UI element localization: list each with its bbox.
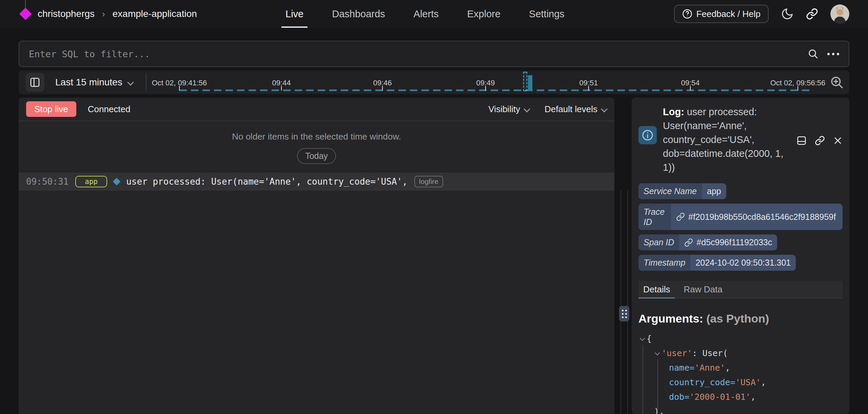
share-link-button[interactable] [806, 8, 818, 20]
moon-icon [781, 7, 794, 20]
link-icon [676, 212, 685, 221]
code-token: '2000-01-01' [689, 390, 751, 404]
code-token: country_code= [669, 375, 735, 390]
indent-guide [657, 359, 658, 410]
tab-details[interactable]: Details [643, 281, 670, 298]
log-detail-panel: Log: user processed: User(name='Anne', c… [632, 98, 849, 414]
breadcrumb-separator: › [100, 9, 107, 19]
log-row[interactable]: 09:50:31 app user processed: User(name='… [19, 173, 614, 190]
stop-live-button[interactable]: Stop live [26, 101, 76, 117]
code-token: ), [654, 404, 664, 414]
detail-header: Log: user processed: User(name='Anne', c… [638, 105, 843, 174]
panel-resize-handle[interactable] [619, 306, 629, 322]
visibility-dropdown[interactable]: Visibility [488, 104, 529, 115]
code-token: , [761, 375, 766, 390]
arguments-heading-sub: (as Python) [706, 312, 769, 325]
today-button[interactable]: Today [297, 148, 336, 164]
empty-window-block: No older items in the selected time wind… [19, 121, 614, 173]
logfire-tag-badge: logfire [414, 176, 443, 187]
code-line: name='Anne', [638, 360, 843, 375]
code-token: 'Anne' [694, 360, 725, 375]
dock-panel-button[interactable] [796, 106, 807, 174]
detail-title-prefix: Log: [663, 106, 684, 117]
breadcrumb: christophergs › example-application [19, 0, 197, 28]
attr-label: Service Name [638, 183, 702, 199]
copy-link-button[interactable] [815, 106, 825, 174]
empty-window-notice: No older items in the selected time wind… [19, 131, 614, 142]
breadcrumb-project[interactable]: example-application [113, 8, 197, 19]
logo-line [25, 0, 26, 9]
code-token: , [725, 360, 730, 375]
feedback-help-label: Feedback / Help [696, 9, 761, 19]
nav-tab-settings[interactable]: Settings [525, 0, 569, 28]
sql-filter-input[interactable] [19, 49, 808, 59]
code-line: ), [638, 404, 843, 414]
search-icon[interactable] [808, 48, 818, 59]
top-bar: christophergs › example-application Live… [0, 0, 868, 28]
time-range-dropdown[interactable]: Last 15 minutes [55, 70, 133, 94]
main-nav: Live Dashboards Alerts Explore Settings [281, 0, 569, 28]
collapse-chevron-icon[interactable] [654, 350, 662, 357]
timeline-selection-marker[interactable] [523, 72, 527, 91]
detail-title: Log: user processed: User(name='Anne', c… [663, 105, 790, 174]
default-levels-dropdown[interactable]: Default levels [545, 104, 607, 115]
nav-tab-explore[interactable]: Explore [463, 0, 505, 28]
nav-tab-dashboards[interactable]: Dashboards [328, 0, 389, 28]
breadcrumb-org[interactable]: christophergs [38, 8, 95, 19]
sql-filter-bar [19, 41, 849, 67]
code-token: : [692, 346, 702, 360]
close-panel-button[interactable] [833, 106, 843, 174]
timeline-dash-line [179, 89, 809, 91]
attr-label: Timestamp [638, 255, 690, 271]
code-line: country_code='USA', [638, 375, 843, 390]
log-row-message: user processed: User(name='Anne', countr… [126, 177, 408, 187]
timeline-tick-mark [588, 86, 589, 90]
code-token: 'user' [662, 346, 692, 360]
timeline-event-bar[interactable] [528, 75, 532, 91]
splitter-track-left [620, 190, 621, 414]
more-options-icon[interactable] [827, 53, 839, 55]
theme-toggle-button[interactable] [781, 7, 794, 20]
panel-left-icon [29, 77, 40, 88]
code-line: dob='2000-01-01', [638, 390, 843, 404]
timeline-tick-mark [690, 86, 691, 90]
default-levels-label: Default levels [545, 104, 597, 115]
timeline-tick-mark [179, 86, 180, 90]
code-token: dob= [669, 390, 689, 404]
link-icon [815, 136, 825, 146]
log-level-diamond-icon [113, 178, 121, 186]
attribute-list: Service Name app Trace ID #f2019b98b550c… [638, 183, 843, 271]
logfire-logo[interactable] [19, 0, 32, 28]
splitter-track-right [627, 190, 628, 414]
code-line: 'user': User( [638, 346, 843, 360]
zoom-in-button[interactable] [830, 75, 844, 89]
chevron-down-icon [128, 80, 133, 85]
log-row-time: 09:50:31 [26, 177, 68, 187]
logo-diamond-icon [19, 8, 32, 20]
timestamp-value: 2024-10-02 09:50:31.301 [690, 255, 796, 271]
code-token: User( [702, 346, 728, 360]
sidebar-toggle-button[interactable] [25, 73, 44, 92]
timeline[interactable]: Oct 02, 09:41:5609:4409:4609:4909:5109:5… [153, 70, 823, 94]
connection-status: Connected [88, 104, 131, 115]
span-id-value: #d5c996f11192033c [696, 237, 772, 247]
detail-tabs: Details Raw Data [638, 281, 843, 298]
trace-id-pill[interactable]: Trace ID #f2019b98b550cd8a61546c2f918895… [638, 204, 843, 230]
user-avatar[interactable] [830, 4, 849, 23]
collapse-chevron-icon[interactable] [639, 335, 647, 343]
time-range-label: Last 15 minutes [55, 77, 122, 88]
nav-tab-live[interactable]: Live [281, 0, 308, 28]
code-token: name= [669, 360, 694, 375]
timebar-divider [146, 73, 146, 91]
visibility-label: Visibility [488, 104, 520, 115]
info-icon [641, 129, 654, 142]
feedback-help-button[interactable]: Feedback / Help [674, 5, 769, 23]
nav-tab-alerts[interactable]: Alerts [410, 0, 443, 28]
tab-raw-data[interactable]: Raw Data [684, 281, 722, 298]
split-horizontal-icon [796, 136, 807, 146]
span-id-pill[interactable]: Span ID #d5c996f11192033c [638, 234, 777, 250]
info-level-chip [638, 126, 657, 144]
question-circle-icon [682, 9, 692, 19]
live-log-panel: Stop live Connected Visibility Default l… [19, 98, 614, 414]
code-token: 'USA' [735, 375, 761, 390]
